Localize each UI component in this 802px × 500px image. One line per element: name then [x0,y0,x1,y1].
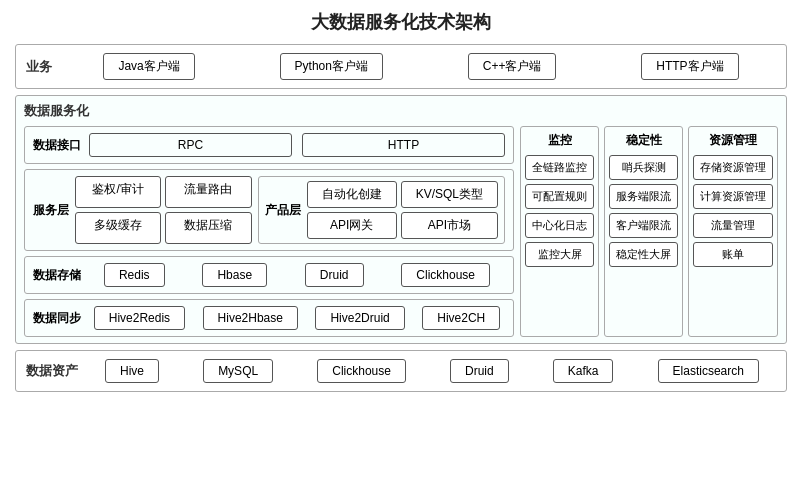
data-service-section: 数据服务化 数据接口 RPC HTTP 服务层 鉴权/审计 流量路由 多级缓存 [15,95,787,344]
product-grid: 自动化创建 KV/SQL类型 API网关 API市场 [307,181,498,239]
asset-kafka: Kafka [553,359,614,383]
monitor-item-1: 可配置规则 [525,184,594,209]
product-label: 产品层 [265,202,301,219]
storage-items: Redis Hbase Druid Clickhouse [89,263,505,287]
resource-item-0: 存储资源管理 [693,155,773,180]
sync-hive2druid: Hive2Druid [315,306,404,330]
stability-title: 稳定性 [626,132,662,149]
right-panels: 监控 全链路监控 可配置规则 中心化日志 监控大屏 稳定性 哨兵探测 服务端限流… [520,126,778,337]
data-assets-section: 数据资产 Hive MySQL Clickhouse Druid Kafka E… [15,350,787,392]
service-item-2: 多级缓存 [75,212,161,244]
resource-item-3: 账单 [693,242,773,267]
asset-mysql: MySQL [203,359,273,383]
ds-inner: 数据接口 RPC HTTP 服务层 鉴权/审计 流量路由 多级缓存 数据压缩 [24,126,778,337]
sync-hive2redis: Hive2Redis [94,306,185,330]
data-sync-row: 数据同步 Hive2Redis Hive2Hbase Hive2Druid Hi… [24,299,514,337]
data-storage-label: 数据存储 [33,267,81,284]
client-http: HTTP客户端 [641,53,738,80]
ds-left: 数据接口 RPC HTTP 服务层 鉴权/审计 流量路由 多级缓存 数据压缩 [24,126,514,337]
stability-panel: 稳定性 哨兵探测 服务端限流 客户端限流 稳定性大屏 [604,126,683,337]
asset-elasticsearch: Elasticsearch [658,359,759,383]
data-interface-label: 数据接口 [33,137,81,154]
page-title: 大数据服务化技术架构 [15,10,787,34]
di-rpc: RPC [89,133,292,157]
asset-hive: Hive [105,359,159,383]
client-cpp: C++客户端 [468,53,557,80]
data-assets-label: 数据资产 [26,362,78,380]
service-item-0: 鉴权/审计 [75,176,161,208]
data-storage-row: 数据存储 Redis Hbase Druid Clickhouse [24,256,514,294]
resource-item-1: 计算资源管理 [693,184,773,209]
di-http: HTTP [302,133,505,157]
client-java: Java客户端 [103,53,194,80]
monitor-item-3: 监控大屏 [525,242,594,267]
sync-hive2hbase: Hive2Hbase [203,306,298,330]
asset-clickhouse: Clickhouse [317,359,406,383]
service-grid: 鉴权/审计 流量路由 多级缓存 数据压缩 [75,176,252,244]
storage-clickhouse: Clickhouse [401,263,490,287]
service-layer-row: 服务层 鉴权/审计 流量路由 多级缓存 数据压缩 产品层 自动化创建 KV/SQ… [24,169,514,251]
stability-item-0: 哨兵探测 [609,155,678,180]
clients-row: Java客户端 Python客户端 C++客户端 HTTP客户端 [66,53,776,80]
service-item-1: 流量路由 [165,176,251,208]
data-service-title: 数据服务化 [24,102,778,120]
asset-druid: Druid [450,359,509,383]
sync-hive2ch: Hive2CH [422,306,500,330]
product-item-3: API市场 [401,212,498,239]
product-section: 产品层 自动化创建 KV/SQL类型 API网关 API市场 [258,176,505,244]
resource-item-2: 流量管理 [693,213,773,238]
client-python: Python客户端 [280,53,383,80]
stability-item-1: 服务端限流 [609,184,678,209]
data-interface-row: 数据接口 RPC HTTP [24,126,514,164]
service-content: 鉴权/审计 流量路由 多级缓存 数据压缩 产品层 自动化创建 KV/SQL类型 … [75,176,505,244]
monitor-title: 监控 [548,132,572,149]
stability-item-2: 客户端限流 [609,213,678,238]
resource-title: 资源管理 [709,132,757,149]
product-item-0: 自动化创建 [307,181,397,208]
service-layer-label: 服务层 [33,202,69,219]
service-item-3: 数据压缩 [165,212,251,244]
product-item-1: KV/SQL类型 [401,181,498,208]
product-item-2: API网关 [307,212,397,239]
sync-items: Hive2Redis Hive2Hbase Hive2Druid Hive2CH [89,306,505,330]
resource-panel: 资源管理 存储资源管理 计算资源管理 流量管理 账单 [688,126,778,337]
assets-items: Hive MySQL Clickhouse Druid Kafka Elasti… [88,359,776,383]
storage-hbase: Hbase [202,263,267,287]
business-section: 业务 Java客户端 Python客户端 C++客户端 HTTP客户端 [15,44,787,89]
monitor-item-0: 全链路监控 [525,155,594,180]
data-interface-boxes: RPC HTTP [89,133,505,157]
business-label: 业务 [26,58,56,76]
data-sync-label: 数据同步 [33,310,81,327]
storage-druid: Druid [305,263,364,287]
monitor-panel: 监控 全链路监控 可配置规则 中心化日志 监控大屏 [520,126,599,337]
monitor-item-2: 中心化日志 [525,213,594,238]
stability-item-3: 稳定性大屏 [609,242,678,267]
storage-redis: Redis [104,263,165,287]
